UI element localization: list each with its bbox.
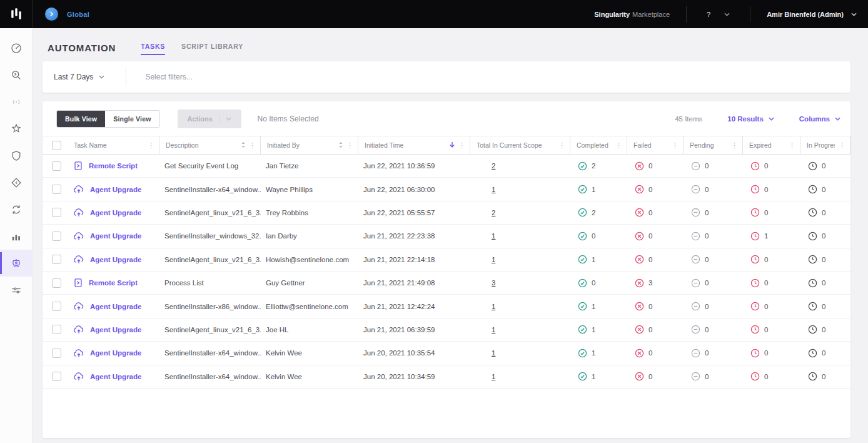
total-in-scope-link[interactable]: 1 bbox=[492, 373, 495, 380]
task-name-link[interactable]: Agent Upgrade bbox=[90, 186, 141, 193]
sort-icon[interactable] bbox=[241, 140, 246, 151]
column-menu-icon[interactable]: ⋮ bbox=[672, 142, 679, 149]
column-menu-icon[interactable]: ⋮ bbox=[615, 142, 622, 149]
row-checkbox[interactable] bbox=[52, 185, 61, 194]
total-in-scope-link[interactable]: 1 bbox=[492, 303, 495, 310]
completed-icon bbox=[578, 185, 587, 194]
table-row[interactable]: Agent UpgradeSentinelInstaller-x64_windo… bbox=[43, 342, 850, 365]
table-row[interactable]: Remote ScriptGet Security Event LogJan T… bbox=[43, 155, 850, 178]
completed-icon bbox=[578, 255, 587, 264]
column-menu-icon[interactable]: ⋮ bbox=[249, 142, 256, 149]
table-row[interactable]: Agent UpgradeSentinelAgent_linux_v21_6_3… bbox=[43, 318, 850, 342]
total-in-scope-link[interactable]: 1 bbox=[492, 232, 495, 240]
task-name-link[interactable]: Agent Upgrade bbox=[90, 373, 141, 380]
column-menu-icon[interactable]: ⋮ bbox=[558, 142, 565, 149]
total-in-scope-link[interactable]: 2 bbox=[492, 162, 495, 170]
column-menu-icon[interactable]: ⋮ bbox=[148, 142, 154, 149]
row-checkbox[interactable] bbox=[52, 372, 61, 381]
total-in-scope-link[interactable]: 2 bbox=[492, 209, 495, 216]
pending-count: 0 bbox=[705, 162, 709, 170]
task-description: SentinelAgent_linux_v21_6_3... bbox=[159, 256, 261, 263]
sidebar-item-dashboard[interactable] bbox=[0, 34, 32, 61]
total-in-scope-link[interactable]: 1 bbox=[492, 326, 495, 334]
task-name-link[interactable]: Agent Upgrade bbox=[90, 209, 141, 216]
table-row[interactable]: Agent UpgradeSentinelInstaller-x64_windo… bbox=[43, 365, 850, 389]
time-range-dropdown[interactable]: Last 7 Days bbox=[54, 73, 126, 81]
tab-tasks[interactable]: TASKS bbox=[141, 43, 165, 55]
row-checkbox[interactable] bbox=[52, 232, 61, 241]
total-in-scope-link[interactable]: 3 bbox=[492, 279, 495, 287]
column-header-description[interactable]: Description⋮ bbox=[159, 136, 261, 154]
row-checkbox[interactable] bbox=[52, 208, 61, 217]
column-menu-icon[interactable]: ⋮ bbox=[839, 142, 845, 149]
row-checkbox[interactable] bbox=[52, 325, 61, 334]
agent-upgrade-icon bbox=[73, 185, 84, 194]
column-header-pending[interactable]: Pending⋮ bbox=[684, 136, 743, 154]
completed-count: 1 bbox=[592, 373, 595, 380]
table-row[interactable]: Agent UpgradeSentinelAgent_linux_v21_6_3… bbox=[43, 248, 850, 272]
filter-input[interactable]: Select filters... bbox=[126, 73, 839, 81]
columns-dropdown[interactable]: Columns bbox=[799, 115, 840, 123]
failed-count: 0 bbox=[648, 186, 652, 193]
column-menu-icon[interactable]: ⋮ bbox=[458, 142, 465, 149]
results-dropdown[interactable]: 10 Results bbox=[727, 115, 774, 123]
task-description: SentinelAgent_linux_v21_6_3... bbox=[159, 209, 261, 216]
column-menu-icon[interactable]: ⋮ bbox=[731, 142, 738, 149]
column-header-completed[interactable]: Completed⋮ bbox=[570, 136, 627, 154]
sidebar-item-reports[interactable] bbox=[0, 223, 32, 250]
task-name-link[interactable]: Agent Upgrade bbox=[90, 326, 141, 334]
actions-button[interactable]: Actions bbox=[178, 109, 241, 128]
sidebar-item-automation[interactable] bbox=[0, 250, 32, 277]
sidebar-item-rogues[interactable] bbox=[0, 169, 32, 196]
total-in-scope-link[interactable]: 1 bbox=[492, 349, 495, 357]
column-header-task-name[interactable]: Task Name⋮ bbox=[68, 136, 159, 154]
task-name-link[interactable]: Remote Script bbox=[89, 279, 138, 287]
total-in-scope-link[interactable]: 1 bbox=[492, 186, 495, 193]
task-name-link[interactable]: Agent Upgrade bbox=[90, 232, 141, 240]
column-header-initiated-by[interactable]: Initiated By⋮ bbox=[261, 136, 358, 154]
user-menu[interactable]: Amir Binenfeld (Admin) bbox=[750, 11, 857, 18]
tab-script-library[interactable]: SCRIPT LIBRARY bbox=[181, 43, 243, 55]
sidebar-item-sentinels[interactable] bbox=[0, 115, 32, 142]
marketplace-link[interactable]: Singularity Marketplace bbox=[594, 11, 686, 18]
task-name-link[interactable]: Agent Upgrade bbox=[90, 349, 141, 357]
help-menu[interactable]: ? bbox=[687, 11, 750, 18]
row-checkbox[interactable] bbox=[52, 255, 61, 264]
sidebar-item-network[interactable] bbox=[0, 88, 32, 115]
table-row[interactable]: Agent UpgradeSentinelInstaller_windows_3… bbox=[43, 225, 850, 248]
table-row[interactable]: Agent UpgradeSentinelInstaller-x86_windo… bbox=[43, 295, 850, 318]
sort-desc-icon[interactable] bbox=[449, 140, 455, 151]
column-header-total-in-current-scope[interactable]: Total In Current Scope⋮ bbox=[470, 136, 570, 154]
row-checkbox[interactable] bbox=[52, 349, 61, 358]
column-menu-icon[interactable]: ⋮ bbox=[346, 142, 353, 149]
scope-selector[interactable]: Global bbox=[45, 8, 89, 21]
single-view-button[interactable]: Single View bbox=[105, 111, 159, 127]
row-checkbox[interactable] bbox=[52, 278, 61, 288]
sidebar-item-protection[interactable] bbox=[0, 142, 32, 169]
bulk-view-button[interactable]: Bulk View bbox=[57, 111, 105, 127]
sidebar-item-settings[interactable] bbox=[0, 277, 32, 303]
select-all-checkbox[interactable] bbox=[52, 141, 61, 150]
column-header-in-progress[interactable]: In Progress⋮ bbox=[800, 136, 850, 154]
sidebar-item-deep-visibility[interactable] bbox=[0, 61, 32, 88]
task-name-link[interactable]: Agent Upgrade bbox=[90, 303, 141, 310]
sidebar-item-updates[interactable] bbox=[0, 196, 32, 223]
task-name-link[interactable]: Agent Upgrade bbox=[90, 256, 141, 263]
expired-count: 0 bbox=[764, 256, 768, 263]
column-header-initiated-time[interactable]: Initiated Time⋮ bbox=[358, 136, 470, 154]
table-row[interactable]: Agent UpgradeSentinelAgent_linux_v21_6_3… bbox=[43, 201, 850, 225]
sentinelone-logo[interactable] bbox=[0, 0, 33, 28]
total-in-scope-link[interactable]: 1 bbox=[492, 256, 495, 263]
table-row[interactable]: Agent UpgradeSentinelInstaller-x64_windo… bbox=[43, 178, 850, 201]
task-description: SentinelInstaller-x86_window... bbox=[159, 303, 261, 310]
table-row[interactable]: Remote ScriptProcess ListGuy GettnerJun … bbox=[43, 272, 850, 295]
sort-icon[interactable] bbox=[338, 140, 343, 151]
row-checkbox[interactable] bbox=[52, 161, 61, 171]
in-progress-icon bbox=[808, 349, 817, 358]
column-header-failed[interactable]: Failed⋮ bbox=[627, 136, 684, 154]
column-menu-icon[interactable]: ⋮ bbox=[789, 142, 795, 149]
task-name-link[interactable]: Remote Script bbox=[89, 162, 138, 170]
column-label: Expired bbox=[749, 141, 772, 149]
row-checkbox[interactable] bbox=[52, 302, 61, 311]
column-header-expired[interactable]: Expired⋮ bbox=[743, 136, 800, 154]
